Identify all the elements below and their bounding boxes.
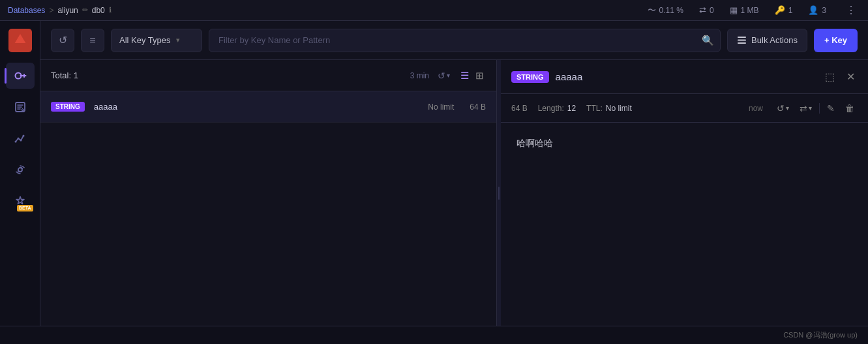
stat-memory: ▦ 1 MB (730, 5, 759, 15)
svg-point-7 (20, 140, 22, 142)
sidebar: BETA (0, 21, 40, 326)
bulk-actions-button[interactable]: Bulk Actions (727, 29, 807, 52)
detail-key-name: aaaaa (556, 71, 583, 82)
refresh-dropdown-icon: ▾ (447, 72, 450, 79)
svg-point-6 (17, 138, 19, 140)
key-list-items: STRING aaaaa No limit 64 B (40, 91, 496, 326)
total-count: Total: 1 (51, 70, 78, 80)
svg-point-9 (18, 168, 22, 172)
add-key-button[interactable]: + Key (814, 29, 858, 52)
sidebar-item-pubsub[interactable] (6, 157, 35, 183)
meta-size: 64 B (511, 104, 528, 113)
main-layout: BETA ↺ ≡ All Key Types ▾ 🔍 Bulk Act (0, 21, 868, 326)
breadcrumb-db: db0 (92, 6, 105, 15)
meta-ttl: TTL: No limit (586, 104, 632, 113)
meta-length: Length: 12 (538, 104, 576, 113)
footer-text: CSDN @冯浩(grow up) (783, 330, 858, 340)
cpu-value: 0.11 % (659, 6, 683, 15)
filter-input[interactable] (209, 29, 721, 52)
meta-actions: ↺ ▾ ⇄ ▾ ✎ 🗑 (773, 101, 858, 116)
view-toggle: ☰ ⊞ (458, 68, 486, 84)
svg-point-5 (14, 141, 16, 143)
sidebar-item-beta[interactable]: BETA (6, 188, 35, 214)
memory-value: 1 MB (741, 6, 759, 15)
meta-refresh-button[interactable]: ↺ ▾ (773, 101, 792, 116)
clients-icon: 👤 (808, 5, 818, 15)
key-name: aaaaa (94, 102, 428, 112)
list-settings-button[interactable]: ≡ (81, 29, 104, 52)
top-bar-stats: 〜 0.11 % ⇄ 0 ▦ 1 MB 🔑 1 👤 3 ⋮ (648, 3, 860, 18)
stat-clients: 👤 3 (808, 5, 826, 15)
svg-rect-11 (738, 40, 746, 41)
grid-view-button[interactable]: ⊞ (473, 68, 486, 84)
detail-content: 哈啊哈哈 (501, 123, 868, 326)
meta-refresh-chevron: ▾ (786, 104, 789, 112)
key-list-panel: Total: 1 3 min ↺ ▾ ☰ ⊞ STRING aaaa (40, 60, 497, 326)
beta-badge: BETA (17, 205, 33, 211)
reload-button[interactable]: ↺ (51, 29, 74, 52)
cpu-icon: 〜 (648, 5, 656, 16)
length-value: 12 (567, 104, 576, 113)
expand-button[interactable]: ⬚ (822, 68, 837, 86)
meta-copy-chevron: ▾ (809, 104, 812, 112)
detail-type-badge: STRING (511, 71, 549, 83)
key-count-icon: 🔑 (775, 5, 785, 15)
breadcrumb-separator: > (49, 6, 53, 15)
split-pane: Total: 1 3 min ↺ ▾ ☰ ⊞ STRING aaaa (40, 60, 868, 326)
key-ttl: No limit (428, 102, 454, 112)
key-value: 哈啊哈哈 (516, 138, 553, 148)
key-type-label: All Key Types (119, 35, 171, 45)
memory-icon: ▦ (730, 5, 738, 15)
table-row[interactable]: STRING aaaaa No limit 64 B (40, 91, 496, 123)
size-value: 64 B (511, 104, 528, 113)
length-label: Length: (538, 104, 564, 113)
more-options-button[interactable]: ⋮ (842, 3, 860, 18)
bulk-actions-icon (737, 35, 747, 45)
ttl-label: TTL: (586, 104, 603, 113)
sidebar-item-analytics[interactable] (6, 125, 35, 151)
svg-rect-10 (738, 37, 746, 38)
list-view-button[interactable]: ☰ (458, 68, 471, 84)
top-bar: Databases > aliyun ✏ db0 ℹ 〜 0.11 % ⇄ 0 … (0, 0, 868, 21)
breadcrumb-databases[interactable]: Databases (8, 6, 45, 15)
last-refresh-time: now (749, 104, 763, 113)
sidebar-item-edit[interactable] (6, 94, 35, 120)
detail-header: STRING aaaaa ⬚ ✕ (501, 60, 868, 94)
refresh-button[interactable]: ↺ ▾ (434, 69, 453, 83)
chevron-down-icon: ▾ (176, 36, 180, 44)
edit-name-icon[interactable]: ✏ (82, 6, 88, 14)
key-type-badge: STRING (51, 102, 85, 112)
stat-keys: 🔑 1 (775, 5, 793, 15)
svg-rect-12 (738, 42, 746, 44)
stat-ops: ⇄ 0 (699, 5, 714, 15)
breadcrumb-user: aliyun (57, 6, 78, 15)
ttl-value: No limit (606, 104, 632, 113)
key-list-header: Total: 1 3 min ↺ ▾ ☰ ⊞ (40, 60, 496, 91)
bulk-actions-label: Bulk Actions (751, 35, 798, 45)
breadcrumb: Databases > aliyun ✏ db0 ℹ (8, 6, 112, 15)
content-area: ↺ ≡ All Key Types ▾ 🔍 Bulk Actions + Key (40, 21, 868, 326)
filter-input-wrap: 🔍 (209, 29, 721, 52)
footer-bar: CSDN @冯浩(grow up) (0, 326, 868, 344)
toolbar: ↺ ≡ All Key Types ▾ 🔍 Bulk Actions + Key (40, 21, 868, 60)
key-detail-panel: STRING aaaaa ⬚ ✕ 64 B Length: 12 TTL: (501, 60, 868, 326)
key-count-value: 1 (788, 6, 793, 15)
info-icon[interactable]: ℹ (109, 6, 112, 14)
meta-separator (819, 103, 820, 114)
meta-copy-button[interactable]: ⇄ ▾ (796, 101, 815, 116)
stat-cpu: 〜 0.11 % (648, 5, 683, 16)
sidebar-item-keys[interactable] (6, 63, 35, 89)
ops-icon: ⇄ (699, 5, 706, 15)
close-button[interactable]: ✕ (844, 68, 858, 86)
search-button[interactable]: 🔍 (702, 35, 714, 46)
drag-handle-indicator (498, 187, 500, 200)
meta-edit-button[interactable]: ✎ (824, 101, 838, 116)
detail-meta-bar: 64 B Length: 12 TTL: No limit now ↺ (501, 94, 868, 123)
refresh-time: 3 min (410, 71, 429, 80)
meta-delete-button[interactable]: 🗑 (842, 101, 858, 116)
key-type-dropdown[interactable]: All Key Types ▾ (111, 29, 202, 52)
key-size: 64 B (470, 102, 486, 112)
ops-value: 0 (710, 6, 714, 15)
svg-rect-2 (11, 43, 29, 47)
app-logo (8, 29, 32, 52)
